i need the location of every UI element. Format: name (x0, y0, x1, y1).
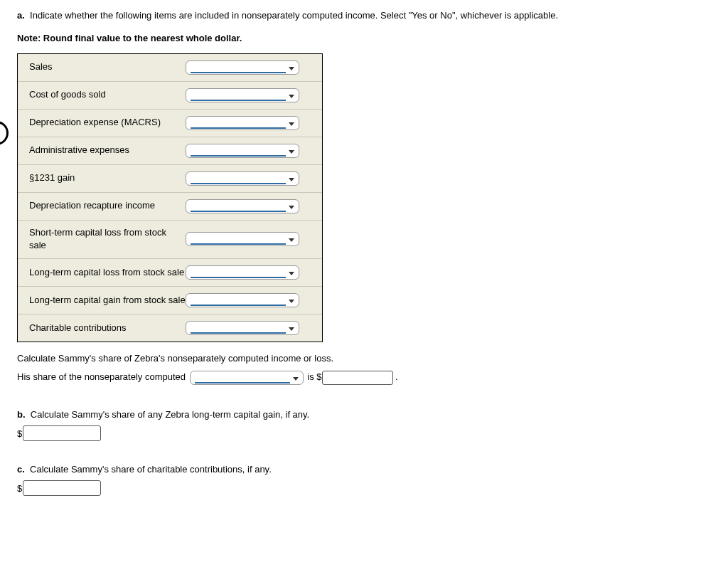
items-table: Sales Cost of goods sold Depreciation ex… (17, 53, 323, 343)
select-lt-cap-gain[interactable] (186, 293, 299, 307)
select-income-or-loss[interactable] (190, 371, 304, 385)
part-a-letter: a. (17, 10, 25, 21)
item-label: Short-term capital loss from stock sale (29, 226, 186, 253)
input-charitable-amount[interactable] (23, 480, 101, 496)
calc-section: Calculate Sammy's share of Zebra's nonse… (17, 349, 711, 386)
table-row: Charitable contributions (18, 314, 322, 342)
calc-period: . (393, 371, 398, 382)
item-label: Administrative expenses (29, 144, 186, 157)
part-a-prompt: Indicate whether the following items are… (30, 10, 558, 21)
calc-pre-text: His share of the nonseparately computed (17, 371, 188, 382)
select-charitable[interactable] (186, 321, 299, 335)
item-label: §1231 gain (29, 171, 186, 185)
input-ltcg-amount[interactable] (23, 425, 101, 441)
item-label: Long-term capital gain from stock sale (29, 294, 186, 307)
table-row: Long-term capital loss from stock sale (18, 259, 322, 287)
item-label: Depreciation expense (MACRS) (29, 116, 186, 129)
table-row: Administrative expenses (18, 137, 322, 165)
rounding-note: Note: Round final value to the nearest w… (17, 33, 711, 43)
item-label: Cost of goods sold (29, 88, 186, 102)
part-c-section: c. Calculate Sammy's share of charitable… (17, 464, 711, 496)
part-c-prompt: Calculate Sammy's share of charitable co… (30, 464, 272, 475)
item-label: Long-term capital loss from stock sale (29, 266, 186, 280)
table-row: Depreciation expense (MACRS) (18, 110, 322, 137)
select-1231-gain[interactable] (186, 171, 299, 186)
table-row: Cost of goods sold (18, 82, 322, 110)
calc-line2: His share of the nonseparately computed … (17, 368, 711, 386)
select-sales[interactable] (186, 60, 299, 75)
item-label: Charitable contributions (29, 322, 186, 335)
part-b-letter: b. (17, 409, 26, 420)
note-prefix: Note: (17, 33, 41, 43)
calc-is-text: is $ (307, 371, 321, 382)
table-row: Short-term capital loss from stock sale (18, 221, 322, 260)
select-depr-recapture[interactable] (186, 199, 299, 213)
calc-line1: Calculate Sammy's share of Zebra's nonse… (17, 349, 711, 368)
part-b-prompt: Calculate Sammy's share of any Zebra lon… (31, 409, 309, 420)
table-row: §1231 gain (18, 165, 322, 193)
select-admin-expenses[interactable] (186, 144, 299, 158)
input-share-amount[interactable] (322, 371, 393, 385)
select-cogs[interactable] (186, 88, 299, 102)
note-text: Round final value to the nearest whole d… (41, 33, 242, 43)
currency-symbol: $ (17, 483, 22, 494)
table-row: Sales (18, 54, 322, 82)
part-a-instruction: a. Indicate whether the following items … (17, 9, 711, 23)
item-label: Sales (29, 60, 186, 74)
part-c-letter: c. (17, 464, 25, 475)
item-label: Depreciation recapture income (29, 199, 186, 213)
table-row: Long-term capital gain from stock sale (18, 287, 322, 314)
currency-symbol: $ (17, 428, 22, 439)
table-row: Depreciation recapture income (18, 193, 322, 221)
select-lt-cap-loss[interactable] (186, 265, 299, 280)
part-b-section: b. Calculate Sammy's share of any Zebra … (17, 409, 711, 441)
select-depreciation-macrs[interactable] (186, 116, 299, 130)
select-st-cap-loss[interactable] (186, 232, 299, 246)
